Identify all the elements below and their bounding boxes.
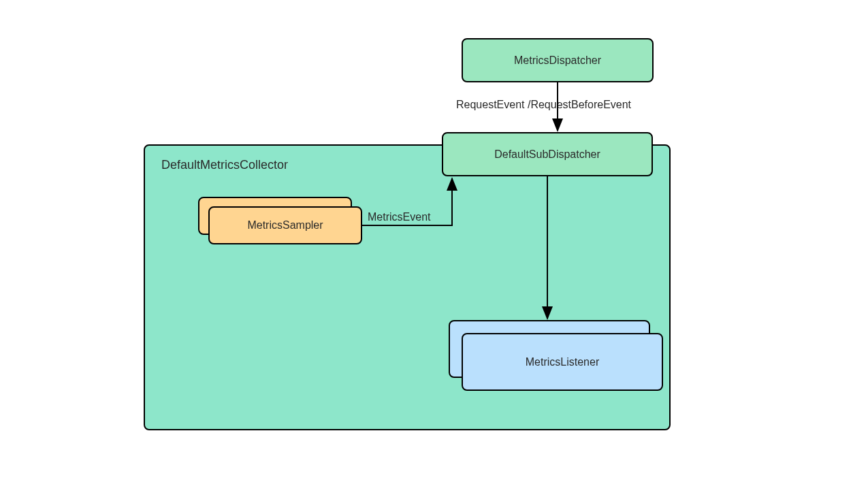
default-metrics-collector-label: DefaultMetricsCollector (161, 158, 288, 172)
default-sub-dispatcher-box: DefaultSubDispatcher (442, 132, 653, 176)
metrics-listener-box: MetricsListener (462, 333, 663, 391)
metrics-sampler-box: MetricsSampler (208, 206, 362, 244)
default-sub-dispatcher-label: DefaultSubDispatcher (494, 148, 600, 161)
metrics-listener-label: MetricsListener (526, 356, 599, 368)
metrics-event-label: MetricsEvent (368, 211, 430, 223)
diagram-root: DefaultMetricsCollector MetricsDispatche… (0, 0, 868, 478)
request-event-label: RequestEvent /RequestBeforeEvent (456, 99, 631, 111)
metrics-dispatcher-box: MetricsDispatcher (462, 38, 654, 82)
metrics-sampler-label: MetricsSampler (247, 219, 323, 232)
metrics-dispatcher-label: MetricsDispatcher (514, 54, 601, 67)
